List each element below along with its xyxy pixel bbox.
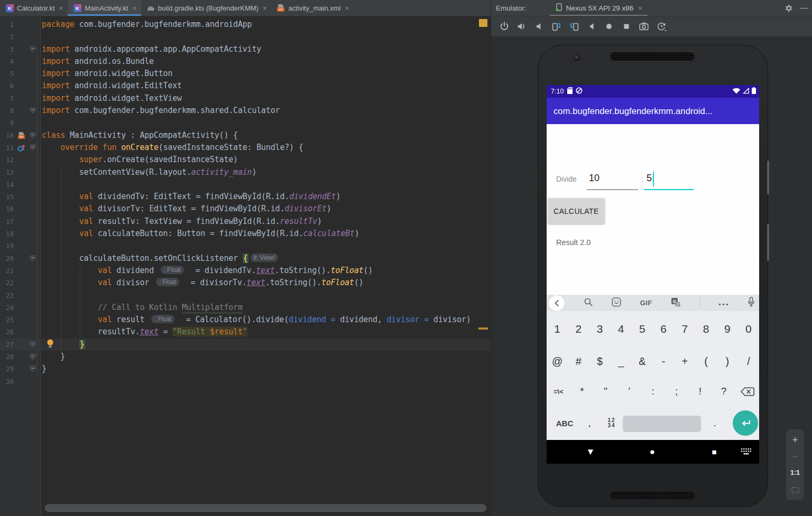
hide-panel-icon[interactable]: — (797, 0, 811, 16)
tab-close-icon[interactable]: × (59, 4, 63, 12)
calculate-button[interactable]: CALCULATE (548, 198, 605, 224)
key-4-row2[interactable]: & (632, 355, 653, 368)
abc-key[interactable]: ABC (551, 419, 578, 428)
editor-tab-3[interactable]: <>activity_main.xml× (271, 0, 354, 16)
gear-icon[interactable] (781, 0, 795, 16)
nav-back-button[interactable]: ▼ (582, 440, 599, 464)
key-6-row3[interactable]: ! (688, 386, 712, 397)
key-9-row2[interactable]: / (738, 355, 759, 368)
key-2-row3[interactable]: " (594, 386, 617, 397)
key-7-row2[interactable]: ( (695, 355, 716, 368)
gif-button[interactable]: GIF (640, 299, 652, 307)
volume-up-button[interactable] (513, 18, 530, 34)
editor-tab-0[interactable]: KCalculator.kt× (0, 0, 68, 16)
nav-home-button[interactable]: ● (643, 440, 661, 464)
tab-label: activity_main.xml (288, 4, 340, 12)
nav-keyboard-icon[interactable] (738, 440, 754, 464)
key-9-row1[interactable]: 0 (738, 323, 759, 335)
inspection-status-marker[interactable] (479, 19, 487, 27)
divisor-input[interactable]: 5 (647, 173, 652, 184)
key-1-row4[interactable]: , (578, 418, 601, 429)
collapse-keyboard-button[interactable] (549, 295, 565, 311)
rotate-left-button[interactable] (548, 18, 565, 34)
nav-overview-button[interactable]: ■ (705, 440, 723, 464)
fold-marker-icon[interactable] (29, 342, 36, 348)
key-0-row2[interactable]: @ (547, 355, 568, 368)
key-6-row2[interactable]: + (674, 355, 695, 368)
key-5-row1[interactable]: 6 (653, 323, 674, 335)
editor-tab-1[interactable]: KMainActivity.kt× (68, 0, 141, 16)
fold-marker-icon[interactable] (29, 46, 36, 52)
line-number: 11 (0, 142, 14, 154)
key-3-row3[interactable]: ' (617, 386, 641, 397)
line-number: 23 (0, 289, 14, 302)
layout-gutter-icon[interactable]: <> (14, 132, 29, 139)
translate-icon[interactable]: G (671, 297, 680, 309)
snapshots-button[interactable] (652, 18, 670, 34)
power-button[interactable] (495, 18, 513, 34)
key-1-row3[interactable]: * (570, 386, 594, 397)
space-key[interactable] (623, 416, 701, 432)
zoom-in-button[interactable]: + (792, 435, 798, 445)
fold-marker-icon[interactable] (29, 354, 36, 360)
overview-button[interactable] (617, 18, 635, 34)
key-7-row3[interactable]: ? (712, 386, 736, 397)
key-4-row3[interactable]: : (641, 386, 665, 397)
gutter: 9 (0, 117, 41, 129)
device-tab-close-icon[interactable]: × (638, 4, 642, 12)
code-editor[interactable]: 1package com.bugfender.bugfenderkmm.andr… (0, 16, 491, 516)
code-text: val divisor : Float = divisorTv.text.toS… (41, 277, 491, 289)
screenshot-button[interactable] (635, 18, 652, 34)
key-3-row2[interactable]: _ (611, 355, 632, 368)
override-gutter-icon[interactable] (14, 143, 29, 152)
editor-tab-2[interactable]: build.gradle.kts (BugfenderKMM)× (141, 0, 272, 16)
key-6-row1[interactable]: 7 (674, 323, 695, 335)
key-3-row1[interactable]: 4 (611, 323, 632, 335)
backspace-key[interactable] (735, 387, 759, 396)
search-icon[interactable] (584, 297, 593, 309)
back-button[interactable] (583, 18, 600, 34)
key-4-row1[interactable]: 5 (632, 323, 653, 335)
volume-down-button[interactable] (530, 18, 548, 34)
more-icon[interactable] (718, 298, 728, 308)
key-1-row2[interactable]: # (568, 355, 589, 368)
code-text: class MainActivity : AppCompatActivity()… (41, 129, 491, 142)
rotate-right-button[interactable] (565, 18, 583, 34)
tab-close-icon[interactable]: × (263, 4, 267, 12)
tab-close-icon[interactable]: × (345, 4, 349, 12)
symbols-page-key[interactable]: 1234 (601, 418, 623, 428)
key-8-row1[interactable]: 9 (717, 323, 738, 335)
actual-size-button[interactable]: 1:1 (790, 468, 800, 478)
warning-stripe-mark[interactable] (478, 327, 488, 330)
tab-close-icon[interactable]: × (132, 4, 136, 12)
quickfix-bulb-icon[interactable] (47, 339, 54, 350)
code-text: super.onCreate(savedInstanceState) (41, 154, 491, 166)
zoom-out-button[interactable]: − (792, 452, 798, 462)
fold-marker-icon[interactable] (29, 256, 36, 261)
key-4-row4[interactable]: . (701, 418, 728, 429)
fit-screen-button[interactable] (791, 485, 799, 495)
line-number: 20 (0, 252, 14, 265)
key-7-row1[interactable]: 8 (695, 323, 716, 335)
mic-icon[interactable] (748, 297, 755, 309)
key-2-row1[interactable]: 3 (589, 323, 610, 335)
key-0-row3[interactable]: =\< (547, 388, 570, 396)
emulator-header: Emulator: Nexus 5X API 29 x86 × — (491, 0, 812, 16)
key-0-row1[interactable]: 1 (547, 323, 568, 335)
emulator-device-tab[interactable]: Nexus 5X API 29 x86 × (550, 0, 648, 16)
horizontal-scrollbar[interactable] (45, 504, 486, 512)
key-1-row1[interactable]: 2 (568, 323, 589, 335)
key-8-row2[interactable]: ) (717, 355, 738, 368)
code-text: calculateButton.setOnClickListener {it: … (41, 252, 491, 265)
fold-marker-icon[interactable] (29, 366, 36, 372)
key-2-row2[interactable]: $ (589, 355, 610, 368)
fold-marker-icon[interactable] (29, 108, 36, 114)
fold-marker-icon[interactable] (29, 133, 36, 138)
home-button[interactable] (600, 18, 617, 34)
fold-marker-icon[interactable] (29, 145, 36, 151)
key-5-row2[interactable]: - (653, 355, 674, 368)
enter-key[interactable] (733, 410, 758, 436)
dividend-input[interactable]: 10 (589, 173, 599, 184)
key-5-row3[interactable]: ; (665, 386, 688, 397)
sticker-icon[interactable] (612, 297, 621, 309)
